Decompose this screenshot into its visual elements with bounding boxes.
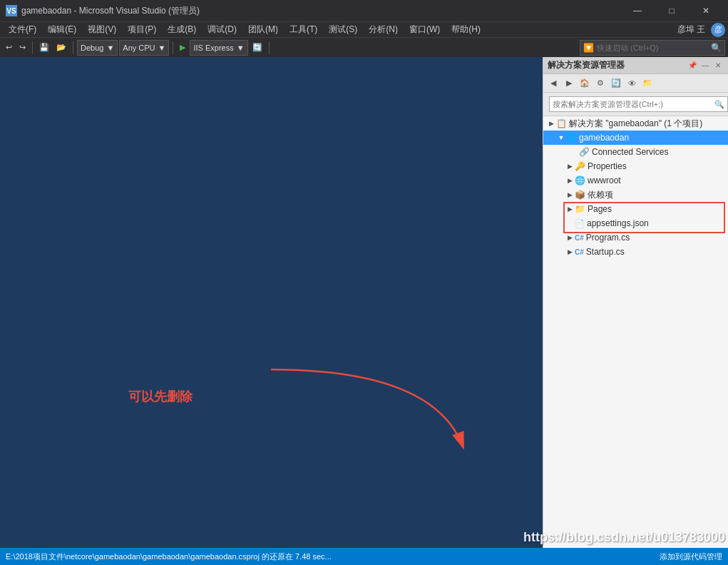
watermark: https://blog.csdn.net/u013783000 [523,530,725,545]
sol-startup-icon: C# [575,248,584,256]
sol-project-arrow: ▼ [556,134,566,141]
sol-forward-button[interactable]: ▶ [562,76,576,91]
quick-search-input[interactable] [597,44,711,52]
sol-solution-label: 解决方案 "gamebaodan" (1 个项目) [569,118,702,130]
server-arrow: ▼ [237,44,245,52]
sol-explorer-header: 解决方案资源管理器 📌 — ✕ [543,57,728,74]
sol-pages[interactable]: ▶ 📁 Pages [543,202,728,216]
sol-project-node[interactable]: ▼ 🌐 gamebaodan [543,131,728,145]
filter-icon: 🔽 [583,43,594,53]
sol-prog-label: Program.cs [586,233,630,243]
title-bar: VS gamebaodan - Microsoft Visual Studio … [0,0,728,21]
sol-search-container: 🔍 [543,93,728,116]
sol-pages-arrow: ▶ [565,205,575,213]
refresh-button[interactable]: 🔄 [250,40,265,56]
sol-startup-cs[interactable]: ▶ C# Startup.cs [543,245,728,259]
sol-toolbar: ◀ ▶ 🏠 ⚙ 🔄 👁 📁 [543,74,728,93]
user-avatar[interactable]: 彦 [711,23,725,37]
editor-area: 可以先删除 [0,57,543,548]
sol-search-input[interactable] [553,100,714,108]
server-dropdown[interactable]: IIS Express ▼ [190,40,247,56]
sol-properties-button[interactable]: 🏠 [578,76,592,91]
tb-undo[interactable]: ↩ [3,40,15,56]
sol-appsettings[interactable]: ▶ 📄 appsettings.json [543,216,728,230]
search-icon: 🔍 [711,43,722,53]
sol-app-icon: 📄 [575,219,585,228]
sol-search-bar[interactable]: 🔍 [549,96,728,112]
sol-app-label: appsettings.json [587,218,649,228]
sol-cs-icon: 🔗 [579,147,590,157]
sol-auto-hide-button[interactable]: — [699,60,711,71]
sol-wwwroot[interactable]: ▶ 🌐 wwwroot [543,173,728,188]
sol-connected-services[interactable]: ▶ 🔗 Connected Services [543,145,728,159]
title-bar-left: VS gamebaodan - Microsoft Visual Studio … [6,5,200,17]
status-text: E:\2018项目文件\netcore\gamebaodan\gamebaoda… [6,551,654,562]
sol-project-label: gamebaodan [579,133,629,143]
sol-close-button[interactable]: ✕ [712,60,724,71]
menu-project[interactable]: 项目(P) [122,22,162,37]
sol-cs-label: Connected Services [592,147,668,157]
menu-test[interactable]: 测试(S) [323,22,363,37]
run-button[interactable]: ▶ [177,40,188,56]
sol-pages-icon: 📁 [575,204,585,214]
tb-redo[interactable]: ↪ [16,40,29,56]
sol-dependencies[interactable]: ▶ 📦 依赖项 [543,188,728,202]
vs-icon: VS [6,5,17,16]
sol-prog-icon: C# [575,234,584,242]
sol-pages-label: Pages [588,204,612,214]
sol-www-arrow: ▶ [565,177,575,184]
tb-save-all[interactable]: 💾 [36,40,52,56]
menu-file[interactable]: 文件(F) [3,22,42,37]
sol-solution-root[interactable]: ▶ 📋 解决方案 "gamebaodan" (1 个项目) [543,116,728,131]
sol-pin-button[interactable]: 📌 [687,60,698,71]
sol-dep-label: 依赖项 [588,189,613,201]
menu-view[interactable]: 视图(V) [82,22,122,37]
tb-separator-1 [32,41,33,54]
menu-window[interactable]: 窗口(W) [404,22,446,37]
window-controls[interactable]: — □ ✕ [621,0,722,21]
menu-analyze[interactable]: 分析(N) [363,22,404,37]
menu-tools[interactable]: 工具(T) [284,22,323,37]
sol-header-controls[interactable]: 📌 — ✕ [687,60,724,71]
menu-debug[interactable]: 调试(D) [202,22,242,37]
sol-solution-arrow: ▶ [546,120,556,127]
sol-dep-arrow: ▶ [565,191,575,198]
debug-mode-value: Debug [81,44,103,52]
sol-program-cs[interactable]: ▶ C# Program.cs [543,230,728,245]
platform-value: Any CPU [123,44,155,52]
platform-dropdown[interactable]: Any CPU ▼ [119,40,169,56]
tb-separator-3 [173,41,173,54]
minimize-button[interactable]: — [621,0,654,21]
user-name: 彦埠 王 [677,24,705,36]
sol-project-icon: 🌐 [566,133,577,143]
debug-mode-dropdown[interactable]: Debug ▼ [77,40,118,56]
menu-help[interactable]: 帮助(H) [446,22,486,37]
sol-properties[interactable]: ▶ 🔑 Properties [543,159,728,173]
menu-edit[interactable]: 编辑(E) [42,22,82,37]
solution-explorer: 解决方案资源管理器 📌 — ✕ ◀ ▶ 🏠 ⚙ 🔄 👁 📁 🔍 [543,57,728,548]
status-bar: E:\2018项目文件\netcore\gamebaodan\gamebaoda… [0,548,728,565]
tb-separator-4 [269,41,270,54]
tb-open[interactable]: 📂 [53,40,69,56]
sol-search-icon: 🔍 [714,100,724,109]
close-button[interactable]: ✕ [689,0,722,21]
quick-search-bar[interactable]: 🔽 🔍 [580,40,725,56]
sol-props-label: Properties [588,161,627,171]
menu-build[interactable]: 生成(B) [162,22,202,37]
sol-startup-label: Startup.cs [586,247,625,257]
window-title: gamebaodan - Microsoft Visual Studio (管理… [21,5,200,17]
menu-team[interactable]: 团队(M) [242,22,284,37]
sol-startup-arrow: ▶ [565,248,575,255]
sol-settings-button[interactable]: ⚙ [593,76,607,91]
sol-show-all-button[interactable]: 👁 [625,76,639,91]
status-right-text[interactable]: 添加到源代码管理 [660,551,722,562]
sol-www-icon: 🌐 [575,175,585,185]
debug-mode-arrow: ▼ [106,44,114,52]
sol-refresh-button[interactable]: 🔄 [609,76,623,91]
platform-arrow: ▼ [158,44,166,52]
main-area: 可以先删除 解决方案资源管理器 📌 — ✕ ◀ ▶ 🏠 ⚙ [0,57,728,548]
sol-back-button[interactable]: ◀ [546,76,560,91]
sol-collapse-button[interactable]: 📁 [640,76,655,91]
maximize-button[interactable]: □ [655,0,688,21]
sol-props-arrow: ▶ [565,163,575,170]
